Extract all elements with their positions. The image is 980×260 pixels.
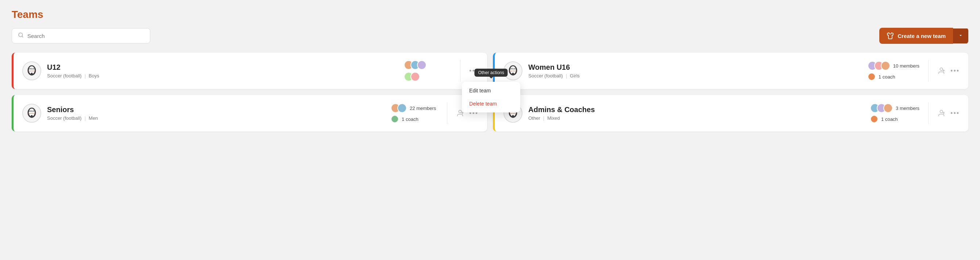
- coaches-count-seniors: 1 coach: [402, 116, 418, 122]
- coaches-stat-women-u16: 1 coach: [868, 73, 896, 81]
- team-info-women-u16: Women U16 Soccer (football) | Girls: [528, 63, 862, 78]
- team-meta-admins-coaches: Other | Mixed: [528, 115, 864, 121]
- add-person-icon-admins: [937, 109, 945, 117]
- dropdown-menu-u12: Other actions Edit team Delete team: [462, 82, 520, 112]
- coach-avatars-u12: [404, 72, 420, 81]
- team-meta-u12: Soccer (football) | Boys: [47, 73, 398, 78]
- coach-avatar-women-u16: [868, 73, 876, 81]
- divider-admins-coaches: [928, 102, 929, 124]
- create-team-button[interactable]: Create a new team: [879, 28, 953, 44]
- coach-avatar-seniors: [391, 115, 399, 123]
- member-avatars-seniors: [391, 103, 407, 113]
- team-stats-admins-coaches: 3 members 1 coach: [870, 103, 920, 123]
- svg-line-1: [22, 36, 23, 37]
- chevron-down-icon: [958, 33, 963, 38]
- svg-point-20: [459, 110, 461, 113]
- svg-point-12: [940, 68, 942, 70]
- more-btn-wrapper-u12: ••• Other actions Edit team Delete team: [469, 67, 478, 75]
- members-stat-u12: [404, 60, 426, 70]
- team-category-admins-coaches: Mixed: [547, 115, 560, 121]
- team-stats-u12: [404, 60, 451, 81]
- team-meta-women-u16: Soccer (football) | Girls: [528, 73, 862, 78]
- card-actions-u12: ••• Other actions Edit team Delete team: [469, 67, 478, 75]
- members-count-seniors: 22 members: [410, 105, 436, 111]
- member-avatars-women-u16: [868, 61, 890, 70]
- eagles-logo-seniors: EAGLES BLACKBIRDS: [25, 106, 39, 120]
- team-sport-u12: Soccer (football): [47, 73, 82, 78]
- team-meta-seniors: Soccer (football) | Men: [47, 115, 385, 121]
- divider-u12: [460, 60, 460, 82]
- eagles-logo-women-u16: EAGLES BLACKBIRDS: [506, 64, 520, 78]
- svg-text:EAGLES: EAGLES: [29, 68, 35, 70]
- add-member-button-women-u16[interactable]: [937, 67, 945, 75]
- divider-women-u16: [928, 60, 929, 82]
- divider-seniors: [447, 102, 447, 124]
- members-count-admins-coaches: 3 members: [896, 105, 920, 111]
- eagles-logo-u12: EAGLES BLACKBIRDS: [25, 64, 39, 78]
- other-actions-tooltip: Other actions: [474, 69, 508, 77]
- svg-text:BLACKBIRDS: BLACKBIRDS: [28, 70, 35, 72]
- coaches-stat-u12: [404, 72, 420, 81]
- create-team-button-group: Create a new team: [879, 28, 968, 44]
- team-card-seniors: EAGLES BLACKBIRDS Seniors Soccer (footba…: [12, 95, 487, 131]
- team-sport-seniors: Soccer (football): [47, 115, 82, 121]
- card-actions-women-u16: •••: [937, 67, 959, 75]
- members-stat-seniors: 22 members: [391, 103, 436, 113]
- team-name-seniors: Seniors: [47, 105, 385, 114]
- create-team-label: Create a new team: [897, 33, 946, 39]
- team-name-admins-coaches: Admins & Coaches: [528, 105, 864, 114]
- delete-team-item[interactable]: Delete team: [462, 97, 520, 110]
- members-count-women-u16: 10 members: [893, 63, 920, 69]
- svg-text:EAGLES: EAGLES: [29, 110, 35, 112]
- avatar-s2: [397, 103, 407, 113]
- svg-text:BLACKBIRDS: BLACKBIRDS: [509, 70, 517, 72]
- team-category-seniors: Men: [89, 115, 98, 121]
- team-sport-women-u16: Soccer (football): [528, 73, 563, 78]
- page-title: Teams: [12, 9, 968, 21]
- svg-point-28: [940, 110, 942, 113]
- teams-grid: EAGLES BLACKBIRDS U12 Soccer (football) …: [12, 53, 968, 131]
- avatar-a3: [883, 103, 893, 113]
- svg-text:BLACKBIRDS: BLACKBIRDS: [509, 113, 517, 114]
- team-card-women-u16: EAGLES BLACKBIRDS Women U16 Soccer (foot…: [493, 53, 968, 89]
- team-logo-seniors: EAGLES BLACKBIRDS: [22, 104, 41, 123]
- team-category-women-u16: Girls: [570, 73, 580, 78]
- card-actions-admins-coaches: •••: [937, 109, 959, 117]
- search-input[interactable]: [27, 33, 144, 39]
- coaches-stat-admins-coaches: 1 coach: [870, 115, 898, 123]
- avatar-w3: [881, 61, 890, 70]
- team-stats-women-u16: 10 members 1 coach: [868, 61, 920, 81]
- team-info-u12: U12 Soccer (football) | Boys: [47, 63, 398, 78]
- team-card-admins-coaches: EAGLES BLACKBIRDS Admins & Coaches Other…: [493, 95, 968, 131]
- team-card-u12: EAGLES BLACKBIRDS U12 Soccer (football) …: [12, 53, 487, 89]
- coach-avatar-2: [410, 72, 420, 81]
- search-box[interactable]: [12, 28, 150, 43]
- member-avatars-admins-coaches: [870, 103, 893, 113]
- avatar-3: [417, 60, 426, 70]
- team-info-seniors: Seniors Soccer (football) | Men: [47, 105, 385, 121]
- toolbar: Create a new team: [12, 28, 968, 44]
- members-stat-admins-coaches: 3 members: [870, 103, 920, 113]
- team-stats-seniors: 22 members 1 coach: [391, 103, 438, 123]
- member-avatars-u12: [404, 60, 426, 70]
- coach-avatar-admins: [870, 115, 878, 123]
- coaches-count-women-u16: 1 coach: [878, 74, 896, 80]
- team-name-women-u16: Women U16: [528, 63, 862, 72]
- team-name-u12: U12: [47, 63, 398, 72]
- shirt-icon: [886, 32, 894, 40]
- coaches-count-admins-coaches: 1 coach: [881, 116, 898, 122]
- search-icon: [18, 32, 24, 40]
- members-stat-women-u16: 10 members: [868, 61, 920, 70]
- team-category-u12: Boys: [89, 73, 99, 78]
- add-person-icon: [937, 67, 945, 75]
- team-info-admins-coaches: Admins & Coaches Other | Mixed: [528, 105, 864, 121]
- coaches-stat-seniors: 1 coach: [391, 115, 418, 123]
- team-sport-admins-coaches: Other: [528, 115, 540, 121]
- more-button-women-u16[interactable]: •••: [950, 67, 959, 75]
- create-team-dropdown-button[interactable]: [953, 29, 968, 43]
- more-button-admins-coaches[interactable]: •••: [950, 110, 959, 117]
- edit-team-item[interactable]: Edit team: [462, 84, 520, 97]
- svg-text:EAGLES: EAGLES: [510, 68, 516, 70]
- add-member-button-admins-coaches[interactable]: [937, 109, 945, 117]
- team-logo-u12: EAGLES BLACKBIRDS: [22, 61, 41, 80]
